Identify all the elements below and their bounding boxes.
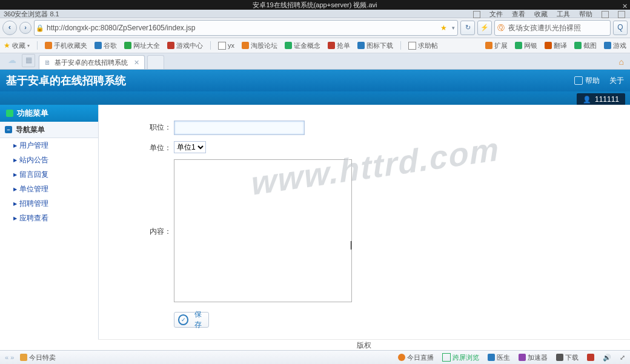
toolbar-extension[interactable]: 扩展 — [485, 41, 508, 50]
toolbar-game[interactable]: 游戏 — [604, 41, 626, 50]
lock-icon: 🔒 — [35, 24, 45, 32]
url-dropdown-icon[interactable]: ▾ — [449, 25, 457, 31]
browser-menu-icon[interactable] — [473, 11, 480, 18]
bookmark-item[interactable]: 游戏中心 — [167, 41, 203, 50]
toolbar-bank[interactable]: 网银 — [515, 41, 537, 50]
position-label: 职位： — [135, 121, 174, 133]
position-input[interactable] — [174, 121, 305, 135]
triangle-icon: ▶ — [13, 201, 17, 207]
new-tab-button[interactable] — [147, 55, 164, 69]
help-link[interactable]: 帮助 — [574, 76, 600, 86]
bookmarks-fav[interactable]: ★收藏▾ — [4, 41, 30, 50]
sidebar-item-recruit[interactable]: ▶招聘管理 — [0, 196, 98, 211]
status-accel[interactable]: 加速器 — [519, 353, 548, 362]
home-icon[interactable]: ⌂ — [619, 57, 624, 67]
favorite-star-icon[interactable]: ★ — [438, 24, 449, 32]
sidebar-item-notice[interactable]: ▶站内公告 — [0, 153, 98, 167]
unit-select[interactable]: 单位1 — [174, 141, 206, 153]
search-input[interactable] — [507, 23, 610, 33]
browser-brand: 360安全浏览器 8.1 — [4, 10, 59, 19]
bookmark-item[interactable]: 抢单 — [328, 41, 350, 50]
browser-menu-fav[interactable]: 收藏 — [534, 10, 548, 19]
accel-icon — [519, 354, 526, 361]
form-row-content: 内容： — [135, 159, 630, 302]
bookmarks-right: 扩展 网银 翻译 截图 游戏 — [485, 41, 626, 50]
text-cursor — [351, 241, 351, 250]
status-more[interactable] — [587, 354, 594, 361]
help-icon — [574, 76, 583, 85]
bookmark-item[interactable]: 求助帖 — [408, 41, 438, 50]
live-icon — [398, 354, 405, 361]
active-tab[interactable]: 🗎 基于安卓的在线招聘系统 ✕ — [39, 55, 145, 69]
toolbar-translate[interactable]: 翻译 — [545, 41, 567, 50]
bookmark-icon — [357, 42, 365, 49]
url-input[interactable] — [45, 23, 438, 33]
chevron-down-icon: ▾ — [27, 43, 30, 48]
form-row-position: 职位： — [135, 121, 630, 135]
content-textarea[interactable] — [174, 159, 352, 302]
browser-menu-tools[interactable]: 工具 — [557, 10, 570, 19]
separator — [37, 41, 38, 50]
search-engine-icon[interactable]: Ⓠ — [495, 23, 507, 33]
user-chip[interactable]: 👤 111111 — [577, 93, 625, 105]
sidebar-item-unit[interactable]: ▶单位管理 — [0, 182, 98, 196]
bookmarks-bar: ★收藏▾ 手机收藏夹 谷歌 网址大全 游戏中心 yx 淘股论坛 证金概念 抢单 … — [0, 38, 630, 53]
sidebar-item-message[interactable]: ▶留言回复 — [0, 167, 98, 182]
bookmark-item[interactable]: yx — [218, 42, 234, 50]
sidebar-title: 功能菜单 — [0, 105, 98, 122]
sidebar-item-apply[interactable]: ▶应聘查看 — [0, 211, 98, 225]
bookmark-icon — [167, 42, 174, 49]
bookmark-item[interactable]: 淘股论坛 — [242, 41, 277, 50]
bookmarks-left: ★收藏▾ 手机收藏夹 谷歌 网址大全 游戏中心 yx 淘股论坛 证金概念 抢单 … — [4, 41, 485, 50]
triangle-icon: ▶ — [13, 157, 17, 163]
triangle-icon: ▶ — [13, 216, 17, 221]
sidebar: 功能菜单 – 导航菜单 ▶用户管理 ▶站内公告 ▶留言回复 ▶单位管理 ▶招聘管… — [0, 105, 99, 340]
toolbar-screenshot[interactable]: 截图 — [574, 41, 597, 50]
reload-button[interactable]: ↻ — [460, 21, 475, 35]
sale-icon — [20, 354, 27, 361]
status-sound-icon[interactable]: 🔊 — [603, 354, 611, 362]
separator — [210, 41, 211, 50]
address-box[interactable]: 🔒 ★ ▾ — [34, 20, 458, 36]
bookmark-icon — [408, 42, 416, 50]
user-name: 111111 — [595, 95, 619, 104]
browser-menu-trail-icon[interactable] — [602, 11, 609, 18]
speeddial-icon[interactable]: ▦ — [22, 54, 35, 67]
status-live[interactable]: 今日直播 — [398, 353, 434, 362]
content-panel: www.httrd.com 职位： 单位： 单位1 内容： ✓ 保存 — [99, 105, 630, 340]
sidebar-group[interactable]: – 导航菜单 — [0, 122, 98, 138]
bookmark-item[interactable]: 网址大全 — [124, 41, 160, 50]
search-go-button[interactable]: Q — [613, 21, 628, 35]
separator — [400, 41, 401, 50]
app-header: 基于安卓的在线招聘系统 帮助 关于 — [0, 70, 630, 91]
search-box[interactable]: Ⓠ — [494, 20, 611, 36]
flash-button[interactable]: ⚡ — [477, 21, 492, 35]
bookmark-item[interactable]: 谷歌 — [94, 41, 117, 50]
cloud-icon[interactable]: ☁ — [6, 55, 18, 67]
status-chevrons[interactable]: « » — [5, 354, 14, 361]
screen-icon — [442, 353, 451, 362]
tab-strip: ☁ ▦ 🗎 基于安卓的在线招聘系统 ✕ ⌂ — [0, 53, 630, 70]
bookmark-item[interactable]: 证金概念 — [285, 41, 320, 50]
about-link[interactable]: 关于 — [609, 76, 624, 86]
bank-icon — [515, 42, 522, 49]
browser-menu-file[interactable]: 文件 — [489, 10, 503, 19]
status-zoom-icon[interactable]: ⤢ — [620, 354, 625, 362]
bookmark-item[interactable]: 图标下载 — [357, 41, 393, 50]
browser-menu: 文件 查看 收藏 工具 帮助 — [466, 10, 625, 19]
nav-back-button[interactable]: ‹ — [2, 21, 17, 35]
browser-menu-help[interactable]: 帮助 — [579, 10, 592, 19]
status-download[interactable]: 下载 — [556, 353, 579, 362]
nav-forward-button[interactable]: › — [19, 22, 31, 34]
tab-close-icon[interactable]: ✕ — [134, 59, 139, 67]
browser-menu-trail-icon2[interactable] — [618, 11, 625, 18]
save-button[interactable]: ✓ 保存 — [174, 312, 209, 328]
status-today-sale[interactable]: 今日特卖 — [20, 353, 56, 362]
status-crossscreen[interactable]: 跨屏浏览 — [442, 353, 479, 362]
browser-menu-view[interactable]: 查看 — [512, 10, 525, 19]
sidebar-item-users[interactable]: ▶用户管理 — [0, 138, 98, 153]
triangle-icon: ▶ — [13, 187, 17, 192]
save-label: 保存 — [191, 309, 205, 330]
status-doctor[interactable]: 医生 — [488, 353, 510, 362]
bookmark-item[interactable]: 手机收藏夹 — [45, 41, 87, 50]
